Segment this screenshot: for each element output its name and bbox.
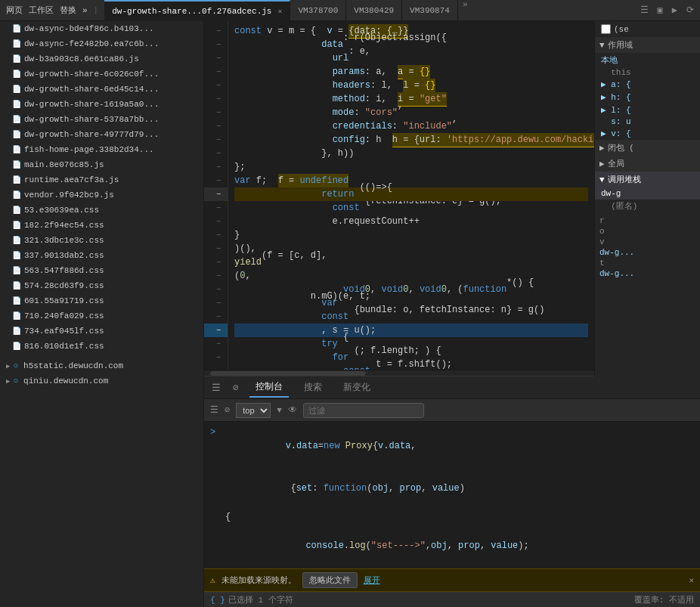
console-clear-icon[interactable]: ⊘ — [225, 404, 230, 416]
file-dw-growth-2[interactable]: 📄 dw-growth-share-6c026c0f... — [0, 67, 203, 82]
file-css-321[interactable]: 📄 321.3dbc1e3c.css — [0, 233, 203, 248]
file-dw-async-2[interactable]: 📄 dw-async-fe2482b0.ea7c6b... — [0, 36, 203, 51]
warning-close-icon[interactable]: ✕ — [689, 575, 694, 585]
c-text-1: v.data=new Proxy{v.data, — [220, 426, 416, 466]
nav-overflow[interactable]: » — [82, 6, 88, 15]
tabs-overflow[interactable]: » — [458, 0, 472, 21]
call-v[interactable]: v — [599, 237, 695, 247]
top-bar: 网页 工作区 替换 » | dw-growth-share...0f.276ad… — [0, 0, 700, 21]
tab-console[interactable]: 控制台 — [249, 377, 289, 398]
editor-hscroll[interactable] — [204, 370, 594, 376]
callstack-label: 调用堆栈 — [608, 174, 641, 185]
console-menu-icon[interactable]: ☰ — [210, 404, 218, 416]
scope-header[interactable]: ▼ 作用域 — [595, 37, 700, 53]
ln-14: – — [204, 201, 228, 215]
devtools-menu-icon[interactable]: ☰ — [210, 380, 222, 395]
file-css-337[interactable]: 📄 337.9013dab2.css — [0, 248, 203, 263]
file-css-182[interactable]: 📄 182.2f94ec54.css — [0, 218, 203, 233]
folder-h5static[interactable]: ▶ ○ h5static.dewucdn.com — [0, 358, 203, 373]
file-css-816[interactable]: 📄 816.010d1e1f.css — [0, 339, 203, 354]
call-t[interactable]: t — [599, 258, 695, 268]
file-name-18: 574.28cd63f9.css — [24, 281, 104, 290]
console-eye-icon[interactable]: 👁 — [288, 404, 297, 416]
tab-close-active[interactable]: ✕ — [277, 7, 282, 16]
scope-a[interactable]: ▶ a: { — [595, 78, 700, 91]
tab-search[interactable]: 搜索 — [298, 378, 328, 397]
file-name-14: 182.2f94ec54.css — [24, 221, 104, 230]
ln-5: – — [204, 79, 228, 92]
context-selector[interactable]: top — [236, 403, 271, 418]
file-css-601[interactable]: 📄 601.55a91719.css — [0, 293, 203, 308]
console-filter-input[interactable] — [303, 403, 424, 418]
call-r[interactable]: r — [599, 215, 695, 226]
se-checkbox[interactable] — [601, 24, 611, 34]
file-css-710[interactable]: 📄 710.240fa029.css — [0, 308, 203, 324]
file-dw-growth-1[interactable]: 📄 dw-b3a903c8.6e61ca86.js — [0, 51, 203, 67]
file-fish-home[interactable]: 📄 fish-home-page.338b2d34... — [0, 142, 203, 157]
main-area: 📄 dw-async-bde4f86c.b4103... 📄 dw-async-… — [0, 21, 700, 607]
tab-changes[interactable]: 新变化 — [337, 378, 376, 397]
scope-h[interactable]: ▶ h: { — [595, 91, 700, 104]
global-label: 全局 — [608, 158, 624, 169]
callstack-header[interactable]: ▼ 调用堆栈 — [595, 172, 700, 187]
scope-l[interactable]: ▶ l: { — [595, 104, 700, 116]
nav-separator: | — [94, 6, 99, 15]
nav-webpage[interactable]: 网页 — [6, 5, 23, 16]
global-header[interactable]: ▶ 全局 — [595, 156, 700, 172]
scope-local[interactable]: 本地 — [595, 53, 700, 67]
folder-qiniu[interactable]: ▶ ○ qiniu.dewucdn.com — [0, 373, 203, 389]
scope-v[interactable]: ▶ v: { — [595, 127, 700, 140]
warning-text: 未能加载来源映射。 — [221, 574, 296, 586]
panel-toggle-icon[interactable]: ☰ — [637, 3, 652, 17]
file-name-9: fish-home-page.338b2d34... — [24, 145, 154, 154]
closure-header[interactable]: ▶ 闭包 ( — [595, 140, 700, 156]
tab-dw-growth-share-active[interactable]: dw-growth-share...0f.276adcec.js ✕ — [104, 0, 290, 21]
ignore-file-button[interactable]: 忽略此文件 — [302, 572, 358, 588]
prop-method: method — [333, 92, 365, 106]
file-css-53[interactable]: 📄 53.e30639ea.css — [0, 203, 203, 218]
devtools-clear-icon[interactable]: ⊘ — [231, 380, 240, 395]
file-icon-22: 📄 — [12, 342, 21, 351]
file-css-574[interactable]: 📄 574.28cd63f9.css — [0, 278, 203, 293]
file-name-10: main.8e076c85.js — [24, 160, 104, 169]
file-dw-async-1[interactable]: 📄 dw-async-bde4f86c.b4103... — [0, 21, 203, 36]
call-dw-g-3[interactable]: dw-g... — [599, 268, 695, 279]
file-css-563[interactable]: 📄 563.547f886d.css — [0, 263, 203, 278]
refresh-icon[interactable]: ⟳ — [683, 3, 697, 17]
call-dw-g-2[interactable]: dw-g... — [599, 247, 695, 258]
tab-vm378700[interactable]: VM378700 — [290, 0, 346, 21]
file-runtime[interactable]: 📄 runtime.aea7cf3a.js — [0, 172, 203, 187]
hscroll-thumb — [210, 371, 366, 376]
ln-9: – — [204, 133, 228, 147]
file-dw-growth-6[interactable]: 📄 dw-growth-share-49777d79... — [0, 127, 203, 142]
file-dw-growth-3[interactable]: 📄 dw-growth-share-6ed45c14... — [0, 82, 203, 97]
tab-label-vm3: VM390874 — [410, 6, 450, 15]
file-css-734[interactable]: 📄 734.eaf045lf.css — [0, 324, 203, 339]
file-icon-6: 📄 — [12, 100, 21, 109]
tab-vm380429[interactable]: VM380429 — [346, 0, 402, 21]
tab-vm390874[interactable]: VM390874 — [402, 0, 458, 21]
file-dw-growth-5[interactable]: 📄 dw-growth-share-5378a7bb... — [0, 112, 203, 127]
file-main[interactable]: 📄 main.8e076c85.js — [0, 157, 203, 172]
tab-label-vm1: VM378700 — [298, 6, 338, 15]
nav-workspace[interactable]: 工作区 — [29, 5, 54, 16]
callstack-arrow: ▼ — [599, 175, 605, 184]
call-dw-g-1[interactable]: dw-g — [595, 187, 700, 200]
code-editor[interactable]: const v = m = { v = {data: {…}} data: r(… — [228, 21, 594, 370]
run-icon[interactable]: ▶ — [669, 3, 680, 17]
dock-icon[interactable]: ▣ — [655, 3, 666, 17]
file-dw-growth-4[interactable]: 📄 dw-growth-share-1619a5a0... — [0, 97, 203, 112]
file-icon-10: 📄 — [12, 160, 21, 169]
nav-replace[interactable]: 替换 — [60, 5, 76, 16]
folder-label-2: qiniu.dewucdn.com — [23, 376, 108, 386]
expand-link[interactable]: 展开 — [364, 574, 380, 586]
prop-url: url — [333, 51, 349, 65]
file-vendor[interactable]: 📄 vendor.9f042bc9.js — [0, 187, 203, 203]
folder-arrow-1: ▶ — [6, 362, 10, 370]
call-o[interactable]: o — [599, 226, 695, 237]
debug-sidebar: (se ▼ 作用域 本地 this ▶ a: { ▶ h: { ▶ l: { s… — [594, 21, 700, 376]
file-name-13: 53.e30639ea.css — [24, 206, 99, 215]
ln-7: – — [204, 106, 228, 119]
console-content[interactable]: > v.data=new Proxy{v.data, {set: functio… — [204, 422, 700, 568]
file-name-22: 816.010d1e1f.css — [24, 342, 104, 351]
